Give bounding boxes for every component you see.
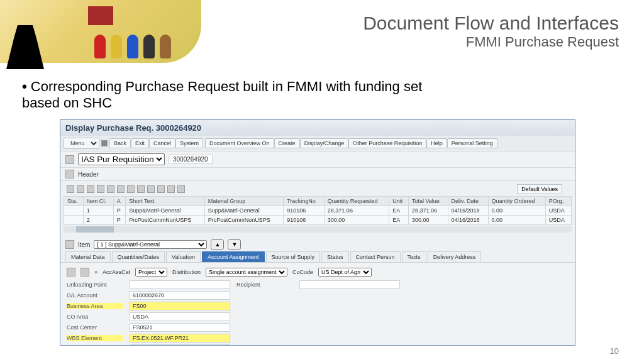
cell: 0.00 (488, 216, 545, 225)
column-header[interactable]: Sta. (64, 197, 84, 206)
item-select[interactable]: [ 1 ] Supp&Matrl-General (94, 240, 207, 249)
tab-status[interactable]: Status (321, 251, 349, 262)
back-button[interactable]: Back (109, 138, 131, 148)
help-button[interactable]: Help (426, 138, 447, 148)
req-type-select[interactable]: IAS Pur Requisition (78, 153, 165, 165)
item-label: Item (78, 241, 90, 248)
tool-icon[interactable] (77, 185, 84, 193)
people-icons (94, 35, 171, 58)
page-number: 10 (610, 346, 619, 356)
tab-valuation[interactable]: Valuation (166, 251, 201, 262)
cocode-select[interactable]: US Dept of Agri (318, 268, 372, 277)
field-value[interactable] (130, 280, 230, 289)
tab-account-assignment[interactable]: Account Assignment (202, 251, 265, 262)
menu-dropdown[interactable]: Menu (64, 138, 99, 149)
column-header[interactable]: Material Group (204, 197, 284, 206)
field-value[interactable]: FS00 (130, 302, 230, 310)
cell: Supp&Matrl-General (204, 206, 284, 216)
field-value[interactable]: 6100002670 (130, 291, 230, 300)
title-block: Document Flow and Interfaces FMMI Purcha… (363, 13, 619, 50)
column-header[interactable]: Item Cl. (83, 197, 113, 206)
account-fields-grid: Unloading PointRecipientG/L Account61000… (67, 280, 569, 346)
column-header[interactable]: A (113, 197, 125, 206)
personal-setting-button[interactable]: Personal Setting (447, 138, 497, 148)
create-button[interactable]: Create (274, 138, 300, 148)
tool-icon[interactable] (67, 268, 75, 277)
column-header[interactable]: Short Text (126, 197, 205, 206)
req-number-field[interactable]: 3000264920 (169, 155, 213, 164)
tool-icon[interactable] (117, 185, 125, 193)
field-label: G/L Account (67, 292, 123, 299)
tool-icon[interactable] (97, 185, 104, 193)
distribution-select[interactable]: Single account assignment (206, 268, 287, 277)
items-table-area: Default Values Sta.Item Cl.AShort TextMa… (60, 181, 575, 233)
field-value[interactable] (299, 280, 400, 289)
column-header[interactable]: Unit (389, 197, 409, 206)
cocode-label: CoCode (292, 269, 313, 275)
tool-icon[interactable] (157, 185, 165, 193)
cart-icon (65, 155, 74, 164)
slide-subtitle: FMMI Purchase Request (363, 34, 619, 50)
header-label: Header (78, 171, 99, 178)
other-purchase-requisition-button[interactable]: Other Purchase Requisition (348, 138, 426, 148)
exit-button[interactable]: Exit (131, 138, 149, 148)
tool-icon[interactable] (87, 185, 94, 193)
cell: 1 (83, 206, 113, 216)
table-row[interactable]: 1PSupp&Matrl-GeneralSupp&Matrl-General91… (64, 206, 572, 216)
tool-icon[interactable] (167, 185, 175, 193)
field-value[interactable]: FS.EX.0521.WF.PR21 (130, 334, 230, 343)
table-row[interactable]: 2PPrcPostCommNonUSPSPrcPostCommNonUSPS91… (64, 216, 572, 225)
item-next-button[interactable]: ▼ (228, 239, 241, 250)
item-selector-bar: Item [ 1 ] Supp&Matrl-General ▲ ▼ (60, 238, 575, 251)
field-value[interactable]: USDA (130, 312, 230, 321)
system-button[interactable]: System (175, 138, 203, 148)
cell: 910106 (284, 206, 325, 216)
tool-icon[interactable] (127, 185, 135, 193)
field-value[interactable]: FS0000xFxF BP 1821 (130, 344, 230, 346)
display-change-button[interactable]: Display/Change (300, 138, 349, 148)
column-header[interactable]: Quantity Requested (324, 197, 389, 206)
person-icon (94, 35, 106, 58)
tab-material-data[interactable]: Material Data (65, 251, 111, 262)
cell: 300.00 (324, 216, 389, 225)
history-back-icon[interactable] (101, 140, 108, 146)
tool-icon[interactable] (80, 268, 89, 277)
slide-title: Document Flow and Interfaces (363, 13, 619, 34)
default-values-button[interactable]: Default Values (517, 184, 562, 194)
tab-contact-person[interactable]: Contact Person (350, 251, 401, 262)
tool-icon[interactable] (107, 185, 114, 193)
column-header[interactable]: Quantity Ordered (488, 197, 545, 206)
column-header[interactable]: POrg. (545, 197, 571, 206)
tab-source-of-supply[interactable]: Source of Supply (266, 251, 321, 262)
cell: USDA (545, 206, 571, 216)
distribution-label: Distribution (172, 269, 201, 275)
item-prev-button[interactable]: ▲ (211, 239, 224, 250)
tool-icon[interactable] (67, 185, 74, 193)
tool-icon[interactable] (147, 185, 155, 193)
bullet-text: Corresponding Purchase Request built in … (22, 79, 425, 111)
tab-texts[interactable]: Texts (402, 251, 426, 262)
accasscat-label: AccAssCat (103, 269, 130, 275)
cell (64, 216, 84, 225)
account-assignment-panel: » AccAssCat Project Distribution Single … (60, 262, 575, 346)
field-value[interactable]: FS0521 (130, 323, 230, 332)
column-header[interactable]: Total Value (408, 197, 448, 206)
cell: EA (389, 216, 409, 225)
header-bar[interactable]: Header (60, 168, 575, 181)
fmmi-window: Display Purchase Req. 3000264920 Menu Ba… (60, 119, 575, 346)
tool-icon[interactable] (137, 185, 145, 193)
cell: 300.00 (408, 216, 448, 225)
account-top-row: » AccAssCat Project Distribution Single … (67, 266, 569, 280)
column-header[interactable]: TrackingNo (284, 197, 325, 206)
cell: PrcPostCommNonUSPS (126, 216, 205, 225)
column-header[interactable]: Deliv. Date (448, 197, 488, 206)
cancel-button[interactable]: Cancel (149, 138, 175, 148)
tab-delivery-address[interactable]: Delivery Address (428, 251, 482, 262)
tool-icon[interactable] (177, 185, 185, 193)
horizontal-scrollbar[interactable] (64, 226, 572, 233)
accasscat-select[interactable]: Project (135, 268, 167, 277)
document-overview-on-button[interactable]: Document Overview On (205, 138, 274, 148)
tab-quantities-dates[interactable]: Quantities/Dates (112, 251, 165, 262)
cell: 04/16/2018 (448, 206, 488, 216)
items-table: Sta.Item Cl.AShort TextMaterial GroupTra… (64, 196, 572, 225)
